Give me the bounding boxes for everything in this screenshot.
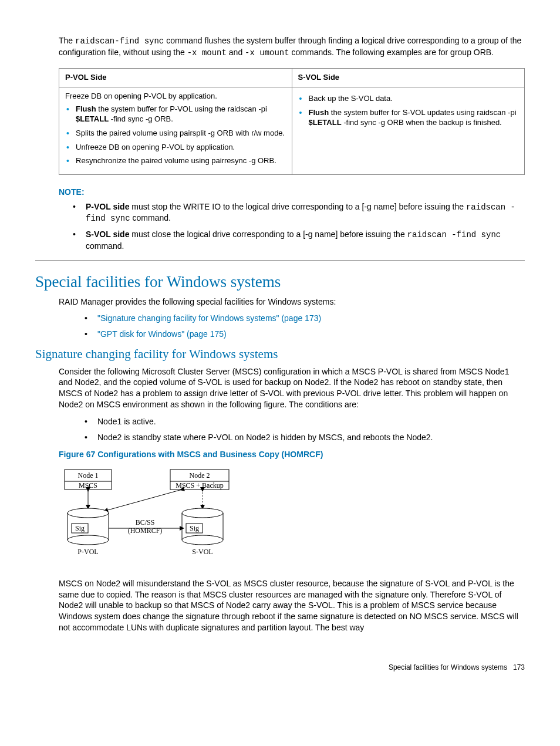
fig-svol: S-VOL: [192, 548, 212, 556]
fig-sig2: Sig: [190, 524, 199, 532]
svg-point-12: [182, 508, 223, 518]
b: Flush: [76, 104, 96, 113]
list-item: Back up the S-VOL data.: [298, 93, 519, 104]
list-item: "Signature changing facility for Windows…: [82, 313, 525, 324]
svg-line-5: [106, 490, 182, 511]
figure-diagram: Node 1 MSCS Node 2 MSCS + Backup: [59, 465, 525, 568]
list-item: S-VOL side must close the logical drive …: [70, 229, 525, 252]
list-item: "GPT disk for Windows" (page 175): [82, 329, 525, 340]
svol-header: S-VOL Side: [292, 68, 525, 87]
intro-paragraph: The raidscan-find sync command flushes t…: [59, 35, 525, 59]
figure-title: Figure 67 Configurations with MSCS and B…: [59, 449, 525, 460]
list-item: Unfreeze DB on opening P-VOL by applicat…: [65, 142, 286, 153]
pvol-lead: Freeze DB on opening P-VOL by applicatio…: [65, 91, 286, 102]
list-item: Resynchronize the paired volume using pa…: [65, 156, 286, 166]
b: Flush: [309, 108, 329, 117]
paragraph: MSCS on Node2 will misunderstand the S-V…: [59, 578, 525, 633]
note-heading: NOTE:: [59, 187, 525, 198]
intro-d: commands. The following examples are for…: [289, 48, 494, 57]
fig-node1: Node 1: [78, 471, 99, 480]
intro-opt1: -x mount: [187, 48, 227, 58]
section-lead: RAID Manager provides the following spec…: [59, 296, 525, 308]
list-item: Flush the system buffer for S-VOL update…: [298, 107, 519, 128]
cmd: raidscan -find sync: [407, 230, 501, 239]
svg-point-7: [68, 508, 109, 518]
fig-pvol: P-VOL: [77, 548, 98, 556]
intro-cmd: raidscan-find sync: [75, 36, 164, 46]
section-heading: Special facilities for Windows systems: [35, 271, 525, 292]
fig-mscs: MSCS: [79, 481, 97, 490]
fig-homrcf: (HOMRCF): [128, 526, 163, 535]
b: P-VOL side: [86, 202, 129, 211]
link[interactable]: "GPT disk for Windows" (page 175): [97, 329, 227, 339]
fig-mscsb: MSCS + Backup: [176, 481, 223, 490]
fig-node2: Node 2: [190, 471, 210, 480]
sides-table: P-VOL Side S-VOL Side Freeze DB on openi…: [59, 68, 525, 175]
intro-opt2: -x umount: [245, 48, 289, 58]
intro-c: and: [227, 48, 245, 57]
b: $LETALL: [76, 114, 109, 123]
pvol-header: P-VOL Side: [59, 68, 292, 87]
list-item: P-VOL side must stop the WRITE IO to the…: [70, 201, 525, 225]
list-item: Flush the system buffer for P-VOL using …: [65, 104, 286, 124]
intro-a: The: [59, 36, 75, 45]
b: $LETALL: [309, 118, 342, 127]
link[interactable]: "Signature changing facility for Windows…: [97, 313, 321, 323]
list-item: Node2 is standby state where P-VOL on No…: [82, 432, 525, 443]
subsection-heading: Signature changing facility for Windows …: [35, 346, 525, 362]
horizontal-rule: [35, 260, 525, 261]
page-footer: Special facilities for Windows systems 1…: [35, 663, 525, 672]
list-item: Splits the paired volume using pairsplit…: [65, 128, 286, 139]
fig-bcss: BC/SS: [136, 518, 155, 526]
footer-text: Special facilities for Windows systems: [389, 663, 507, 671]
list-item: Node1 is active.: [82, 416, 525, 427]
paragraph: Consider the following Microsoft Cluster…: [59, 366, 525, 411]
svg-point-10: [68, 535, 109, 545]
pvol-cell: Freeze DB on opening P-VOL by applicatio…: [59, 87, 292, 174]
svg-point-15: [182, 535, 223, 545]
fig-sig1: Sig: [75, 524, 85, 532]
b: S-VOL side: [86, 229, 129, 239]
footer-page: 173: [513, 663, 525, 671]
svol-cell: Back up the S-VOL data. Flush the system…: [292, 87, 525, 174]
